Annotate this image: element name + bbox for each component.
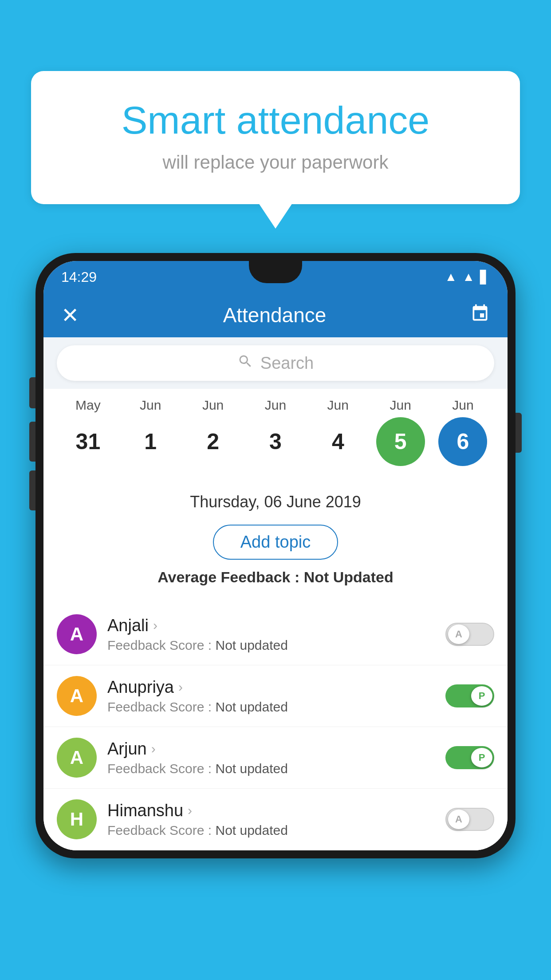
months-row: MayJunJunJunJunJunJun: [52, 398, 499, 413]
student-info-2: Arjun › Feedback Score : Not updated: [107, 739, 445, 776]
date-item-2[interactable]: 2: [189, 417, 237, 466]
calendar-strip: MayJunJunJunJunJunJun 31123456: [43, 389, 508, 479]
student-list: A Anjali › Feedback Score : Not updated …: [43, 604, 508, 850]
bubble-subtitle: will replace your paperwork: [67, 152, 484, 173]
app-title: Attendance: [223, 303, 327, 327]
toggle-knob-0: A: [448, 624, 469, 644]
student-info-1: Anupriya › Feedback Score : Not updated: [107, 678, 445, 715]
feedback-score-3: Feedback Score : Not updated: [107, 823, 445, 838]
avg-feedback-label: Average Feedback :: [157, 569, 299, 585]
student-avatar-1: A: [57, 676, 97, 716]
feedback-score-0: Feedback Score : Not updated: [107, 638, 445, 653]
avg-feedback: Average Feedback : Not Updated: [57, 569, 494, 586]
app-header: ✕ Attendance: [43, 293, 508, 337]
toggle-knob-1: P: [471, 686, 492, 706]
bubble-title: Smart attendance: [67, 98, 484, 143]
feedback-value-3: Not updated: [215, 823, 287, 838]
attendance-toggle-2[interactable]: P: [445, 746, 494, 769]
date-item-0[interactable]: 31: [63, 417, 112, 466]
toggle-knob-3: A: [448, 810, 469, 829]
student-item-2[interactable]: A Arjun › Feedback Score : Not updated P: [43, 727, 508, 789]
attendance-toggle-3[interactable]: A: [445, 808, 494, 831]
chevron-icon-0: ›: [153, 618, 157, 633]
battery-icon: ▋: [480, 270, 490, 285]
content-area: Thursday, 06 June 2019 Add topic Average…: [43, 479, 508, 604]
student-avatar-0: A: [57, 614, 97, 654]
signal-icon: ▲: [462, 270, 475, 284]
wifi-icon: ▲: [445, 270, 457, 284]
search-placeholder: Search: [260, 354, 314, 373]
phone-mockup: 14:29 ▲ ▲ ▋ ✕ Attendance: [35, 253, 516, 858]
student-name-3: Himanshu ›: [107, 801, 445, 820]
feedback-score-1: Feedback Score : Not updated: [107, 699, 445, 715]
avg-feedback-value: Not Updated: [304, 569, 394, 585]
date-item-3[interactable]: 3: [251, 417, 300, 466]
feedback-value-0: Not updated: [215, 638, 287, 652]
feedback-value-1: Not updated: [215, 699, 287, 714]
date-item-6[interactable]: 6: [438, 417, 487, 466]
month-label-5: Jun: [374, 398, 427, 413]
search-bar[interactable]: Search: [57, 345, 494, 381]
mute-button: [29, 377, 35, 408]
phone-body: 14:29 ▲ ▲ ▋ ✕ Attendance: [35, 253, 516, 858]
selected-date: Thursday, 06 June 2019: [57, 488, 494, 516]
student-info-3: Himanshu › Feedback Score : Not updated: [107, 801, 445, 838]
student-item-1[interactable]: A Anupriya › Feedback Score : Not update…: [43, 665, 508, 727]
month-label-3: Jun: [249, 398, 302, 413]
student-name-1: Anupriya ›: [107, 678, 445, 697]
month-label-1: Jun: [124, 398, 177, 413]
status-time: 14:29: [61, 269, 97, 285]
phone-screen: 14:29 ▲ ▲ ▋ ✕ Attendance: [43, 261, 508, 850]
student-info-0: Anjali › Feedback Score : Not updated: [107, 616, 445, 653]
chevron-icon-3: ›: [188, 803, 192, 818]
toggle-3[interactable]: A: [445, 808, 494, 831]
toggle-1[interactable]: P: [445, 684, 494, 707]
status-icons: ▲ ▲ ▋: [445, 270, 490, 285]
speech-bubble-wrapper: Smart attendance will replace your paper…: [31, 71, 520, 204]
student-item-0[interactable]: A Anjali › Feedback Score : Not updated …: [43, 604, 508, 665]
month-label-0: May: [61, 398, 114, 413]
feedback-value-2: Not updated: [215, 761, 287, 776]
student-avatar-2: A: [57, 738, 97, 778]
toggle-2[interactable]: P: [445, 746, 494, 769]
month-label-2: Jun: [186, 398, 240, 413]
student-item-3[interactable]: H Himanshu › Feedback Score : Not update…: [43, 789, 508, 850]
search-icon: [237, 353, 253, 373]
phone-notch: [249, 261, 302, 283]
dates-row: 31123456: [52, 413, 499, 475]
volume-up-button: [29, 422, 35, 462]
power-button: [516, 413, 522, 453]
attendance-toggle-1[interactable]: P: [445, 684, 494, 707]
add-topic-btn-inner[interactable]: Add topic: [213, 525, 338, 560]
month-label-4: Jun: [311, 398, 365, 413]
chevron-icon-1: ›: [178, 680, 183, 695]
month-label-6: Jun: [436, 398, 489, 413]
chevron-icon-2: ›: [151, 741, 156, 756]
feedback-score-2: Feedback Score : Not updated: [107, 761, 445, 776]
date-item-5[interactable]: 5: [376, 417, 425, 466]
volume-down-button: [29, 470, 35, 510]
student-name-0: Anjali ›: [107, 616, 445, 635]
toggle-knob-2: P: [471, 748, 492, 767]
student-name-2: Arjun ›: [107, 739, 445, 759]
date-item-1[interactable]: 1: [126, 417, 175, 466]
close-button[interactable]: ✕: [61, 303, 79, 328]
date-item-4[interactable]: 4: [314, 417, 362, 466]
speech-bubble: Smart attendance will replace your paper…: [31, 71, 520, 204]
toggle-0[interactable]: A: [445, 623, 494, 646]
calendar-icon[interactable]: [470, 304, 490, 327]
student-avatar-3: H: [57, 799, 97, 839]
attendance-toggle-0[interactable]: A: [445, 623, 494, 646]
add-topic-button[interactable]: Add topic: [57, 525, 494, 560]
search-container: Search: [43, 337, 508, 389]
